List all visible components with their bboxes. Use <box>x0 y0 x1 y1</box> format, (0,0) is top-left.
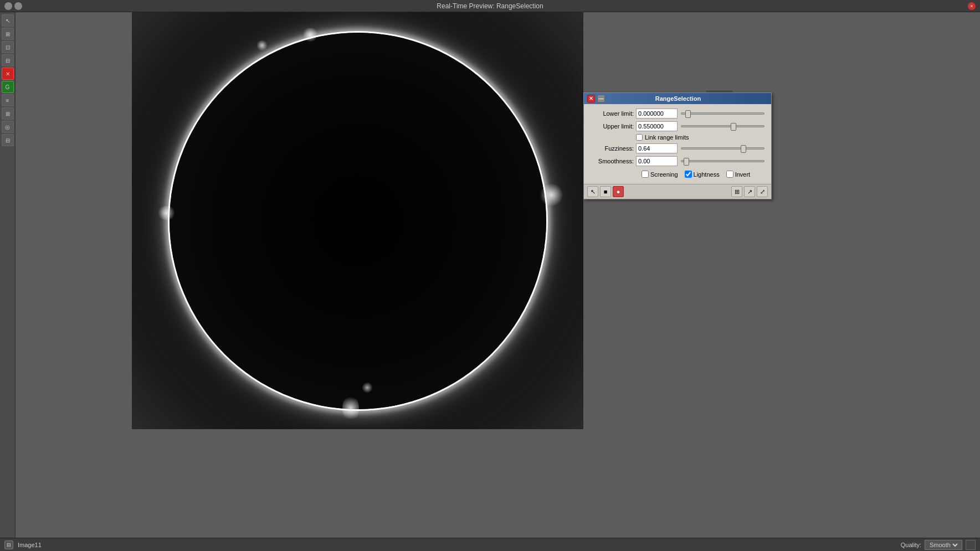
window-right-controls[interactable]: × <box>968 2 976 10</box>
screening-label: Screening <box>650 171 678 178</box>
tool-grid[interactable]: ⊞ <box>2 107 14 120</box>
fuzziness-label: Fuzziness: <box>589 145 634 152</box>
rs-expand-icon[interactable]: ⤢ <box>757 186 768 197</box>
flare-top <box>302 28 319 42</box>
upper-limit-slider[interactable] <box>681 125 764 127</box>
invert-label: Invert <box>735 171 751 178</box>
flare-bottom2 <box>362 382 373 393</box>
left-toolbar: ↖ ⊞ ⊡ ⊟ ✕ G ≡ ⊞ ◎ ⊟ <box>0 12 16 538</box>
tool-green1[interactable]: G <box>2 81 14 93</box>
fuzziness-row: Fuzziness: <box>589 143 766 153</box>
smoothness-input[interactable] <box>636 156 678 166</box>
window-title: Real-Time Preview: RangeSelection <box>437 2 543 10</box>
status-icon: ⊟ <box>4 540 13 549</box>
rs-footer: ↖ ■ ● ⊞ ↗ ⤢ <box>584 184 771 199</box>
checkbox-options-row: Screening Lightness Invert <box>589 169 766 179</box>
rs-circle-icon[interactable]: ● <box>613 186 624 197</box>
rs-body: Lower limit: Upper limit: Link range lim… <box>584 104 771 184</box>
solar-corona <box>170 33 546 409</box>
flare-bottom <box>342 394 359 422</box>
tool-print[interactable]: ⊟ <box>2 134 14 146</box>
tool-select[interactable]: ↖ <box>2 14 14 27</box>
smoothness-row: Smoothness: <box>589 156 766 166</box>
screening-item: Screening <box>642 171 678 178</box>
lightness-checkbox[interactable] <box>685 171 692 178</box>
tool-layers[interactable]: ≡ <box>2 94 14 106</box>
rs-title-controls[interactable]: ✕ — <box>587 95 605 102</box>
rs-titlebar[interactable]: ✕ — RangeSelection <box>584 93 771 104</box>
lower-limit-label: Lower limit: <box>589 110 634 117</box>
rs-save-icon[interactable]: ⊞ <box>731 186 742 197</box>
lower-limit-slider[interactable] <box>681 112 764 115</box>
fuzziness-thumb[interactable] <box>741 145 746 153</box>
flare-left <box>157 206 176 220</box>
upper-limit-thumb[interactable] <box>731 123 736 131</box>
quality-color-box <box>966 540 976 550</box>
smoothness-label: Smoothness: <box>589 158 634 164</box>
lower-limit-input[interactable] <box>636 109 678 119</box>
invert-checkbox[interactable] <box>726 171 733 178</box>
tool-zoom[interactable]: ⊡ <box>2 41 14 53</box>
link-range-row: Link range limits <box>589 134 766 141</box>
link-range-label: Link range limits <box>645 134 689 141</box>
canvas-area: TVW11 ✕ — RangeSelection Lower limit: <box>16 12 980 538</box>
rs-close-button[interactable]: ✕ <box>587 95 595 102</box>
status-bar: ⊟ Image11 Quality: Smooth Draft High <box>0 538 980 551</box>
lightness-label: Lightness <box>694 171 720 178</box>
fuzziness-slider[interactable] <box>681 147 764 150</box>
window-left-controls[interactable] <box>4 2 22 10</box>
tool-camera[interactable]: ◎ <box>2 121 14 133</box>
window-close-left[interactable] <box>4 2 12 10</box>
upper-limit-row: Upper limit: <box>589 121 766 131</box>
window-expand-left[interactable] <box>14 2 22 10</box>
tool-view[interactable]: ⊞ <box>2 28 14 40</box>
quality-select[interactable]: Smooth Draft High <box>927 541 960 549</box>
image-name: Image11 <box>18 542 42 548</box>
screening-checkbox[interactable] <box>642 171 649 178</box>
tool-misc[interactable]: ⊟ <box>2 54 14 66</box>
flare-top2 <box>256 40 268 51</box>
range-selection-dialog: ✕ — RangeSelection Lower limit: Upper li… <box>583 92 772 199</box>
upper-limit-input[interactable] <box>636 121 678 131</box>
window-close-button[interactable]: × <box>968 2 976 10</box>
solar-image <box>132 12 583 429</box>
title-bar: Real-Time Preview: RangeSelection × <box>0 0 980 12</box>
rs-title: RangeSelection <box>655 95 701 102</box>
invert-item: Invert <box>726 171 751 178</box>
tool-red1[interactable]: ✕ <box>2 68 14 80</box>
lightness-item: Lightness <box>685 171 720 178</box>
lower-limit-row: Lower limit: <box>589 109 766 119</box>
quality-label: Quality: <box>901 542 921 548</box>
upper-limit-label: Upper limit: <box>589 123 634 130</box>
rs-square-icon[interactable]: ■ <box>600 186 611 197</box>
flare-right <box>539 184 564 206</box>
image-viewport[interactable] <box>132 12 583 429</box>
rs-minimize-button[interactable]: — <box>597 95 605 102</box>
quality-dropdown[interactable]: Smooth Draft High <box>925 540 962 550</box>
smoothness-slider[interactable] <box>681 160 764 162</box>
fuzziness-input[interactable] <box>636 143 678 153</box>
rs-export-icon[interactable]: ↗ <box>744 186 755 197</box>
link-range-checkbox[interactable] <box>636 134 643 141</box>
rs-arrow-icon[interactable]: ↖ <box>587 186 598 197</box>
smoothness-thumb[interactable] <box>684 158 689 166</box>
lower-limit-thumb[interactable] <box>685 110 691 118</box>
